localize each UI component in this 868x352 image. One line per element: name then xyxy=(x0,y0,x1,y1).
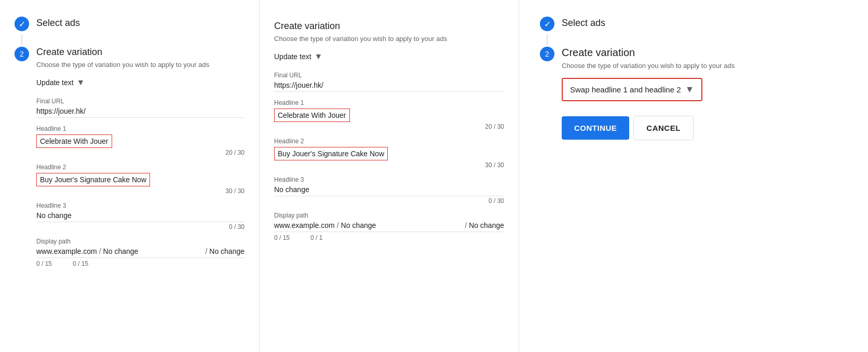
headline1-label: Headline 1 xyxy=(36,125,245,132)
panel2-display-path-base: www.example.com xyxy=(274,221,335,229)
display-path-base: www.example.com xyxy=(36,247,97,255)
panel3-step2-icon: 2 xyxy=(540,47,554,61)
action-buttons-row: CONTINUE CANCEL xyxy=(562,116,789,140)
panel2-final-url-label: Final URL xyxy=(274,72,504,79)
panel3-step1-icon: ✓ xyxy=(540,17,554,31)
display-path-counters: 0 / 15 0 / 15 xyxy=(36,260,245,267)
step1-icon: ✓ xyxy=(15,17,29,31)
panel2-display-path-part2: No change xyxy=(469,221,504,229)
panel3-step1-title: Select ads xyxy=(562,18,605,29)
path-divider-2: / xyxy=(205,247,207,255)
action-dropdown-label: Swap headline 1 and headline 2 xyxy=(570,85,681,94)
panel2-final-url-value: https://jouer.hk/ xyxy=(274,81,504,92)
headline2-group: Headline 2 Buy Jouer's Signature Cake No… xyxy=(36,164,245,195)
action-dropdown-button[interactable]: Swap headline 1 and headline 2 ▼ xyxy=(562,78,702,101)
panel3-checkmark-icon: ✓ xyxy=(544,19,551,29)
panel2-counter1: 0 / 15 xyxy=(274,234,290,241)
panel2-headline1-label: Headline 1 xyxy=(274,99,504,106)
display-path-part2: No change xyxy=(209,247,245,255)
panel2-headline2-counter: 30 / 30 xyxy=(274,161,504,169)
panel3-step2-row: 2 Create variation Choose the type of va… xyxy=(540,47,789,140)
panel2-headline3-counter: 0 / 30 xyxy=(274,197,504,205)
panel3-step1-row: ✓ Select ads xyxy=(540,17,789,31)
panel2-headline2-group: Headline 2 Buy Jouer's Signature Cake No… xyxy=(274,138,504,169)
headline2-value: Buy Jouer's Signature Cake Now xyxy=(36,173,150,186)
panel3-step-connector xyxy=(547,34,548,45)
panel2-dropdown-arrow-icon: ▼ xyxy=(315,52,323,61)
panel2-path-divider-1: / xyxy=(337,221,339,229)
headline1-counter: 20 / 30 xyxy=(36,149,245,156)
dropdown-arrow-icon: ▼ xyxy=(77,78,85,87)
panel2-headline3-label: Headline 3 xyxy=(274,176,504,183)
display-path-group: Display path www.example.com / No change… xyxy=(36,238,245,267)
step2-subtitle: Choose the type of variation you wish to… xyxy=(36,61,245,69)
panel2-final-url-group: Final URL https://jouer.hk/ xyxy=(274,72,504,92)
panel2-counter2: 0 / 1 xyxy=(310,234,322,241)
headline3-value: No change xyxy=(36,211,245,222)
panel2-headline3-value: No change xyxy=(274,185,504,196)
panel2-create-title: Create variation xyxy=(274,21,504,32)
headline3-counter: 0 / 30 xyxy=(36,223,245,231)
panel-2: Create variation Choose the type of vari… xyxy=(260,0,519,352)
panel3-step2-title: Create variation xyxy=(562,47,789,59)
path-divider-1: / xyxy=(99,247,101,255)
display-path-row: www.example.com / No change / No change xyxy=(36,247,245,258)
step2-icon: 2 xyxy=(15,47,29,61)
cancel-button[interactable]: CANCEL xyxy=(633,116,694,140)
panel-1: ✓ Select ads 2 Create variation Choose t… xyxy=(0,0,260,352)
step2-title: Create variation xyxy=(36,47,245,58)
panel2-path-divider-2: / xyxy=(465,221,467,229)
headline2-label: Headline 2 xyxy=(36,164,245,171)
panel3-step2-subtitle: Choose the type of variation you wish to… xyxy=(562,62,789,70)
display-path-part1: No change xyxy=(103,247,139,255)
variation-type-dropdown[interactable]: Update text ▼ xyxy=(36,77,85,88)
panel2-variation-type-dropdown[interactable]: Update text ▼ xyxy=(274,51,322,62)
step1-row: ✓ Select ads xyxy=(15,17,245,31)
panel2-headline1-group: Headline 1 Celebrate With Jouer 20 / 30 xyxy=(274,99,504,130)
final-url-label: Final URL xyxy=(36,98,245,105)
display-path-label: Display path xyxy=(36,238,245,245)
counter1: 0 / 15 xyxy=(36,260,52,267)
panel2-headline2-value: Buy Jouer's Signature Cake Now xyxy=(274,147,388,160)
panel2-headline1-counter: 20 / 30 xyxy=(274,123,504,130)
checkmark-icon: ✓ xyxy=(19,19,25,29)
panel2-display-path-counters: 0 / 15 0 / 1 xyxy=(274,234,504,241)
step-connector-1 xyxy=(21,34,22,45)
counter2: 0 / 15 xyxy=(73,260,88,267)
step2-row: 2 Create variation Choose the type of va… xyxy=(15,47,245,275)
continue-button[interactable]: CONTINUE xyxy=(562,116,629,140)
step1-title: Select ads xyxy=(36,18,80,29)
panel2-headline1-value: Celebrate With Jouer xyxy=(274,109,350,122)
panel2-display-path-row: www.example.com / No change / No change xyxy=(274,221,504,232)
panel2-headline3-group: Headline 3 No change 0 / 30 xyxy=(274,176,504,205)
headline3-label: Headline 3 xyxy=(36,202,245,209)
panel2-display-path-group: Display path www.example.com / No change… xyxy=(274,212,504,241)
panel2-create-subtitle: Choose the type of variation you wish to… xyxy=(274,35,504,43)
panel2-headline2-label: Headline 2 xyxy=(274,138,504,145)
headline1-value: Celebrate With Jouer xyxy=(36,134,112,148)
panel2-display-path-part1: No change xyxy=(341,221,376,229)
action-dropdown-arrow-icon: ▼ xyxy=(685,84,695,95)
final-url-group: Final URL https://jouer.hk/ xyxy=(36,98,245,118)
panel-3: ✓ Select ads 2 Create variation Choose t… xyxy=(519,0,810,352)
headline3-group: Headline 3 No change 0 / 30 xyxy=(36,202,245,231)
headline2-counter: 30 / 30 xyxy=(36,187,245,195)
final-url-value: https://jouer.hk/ xyxy=(36,107,245,118)
panel2-display-path-label: Display path xyxy=(274,212,504,219)
headline1-group: Headline 1 Celebrate With Jouer 20 / 30 xyxy=(36,125,245,156)
